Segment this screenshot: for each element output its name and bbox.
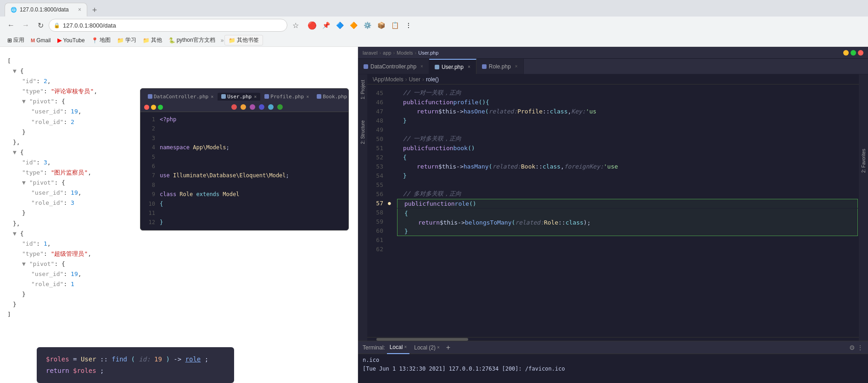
tab-favicon: 🌐 — [11, 7, 17, 13]
term-more-icon[interactable]: ⋮ — [857, 344, 863, 351]
ext-icon-3[interactable]: 🔶 — [347, 19, 360, 32]
bookmark-maps[interactable]: 📍 地图 — [89, 35, 113, 45]
top-bar-app: app — [383, 50, 391, 56]
code-line-56: // 多对多关联，正向 — [396, 189, 859, 198]
gmail-icon: M — [31, 38, 35, 43]
other2-label: 其他书签 — [237, 36, 259, 44]
editor-tab-user[interactable]: User.php × — [429, 59, 476, 74]
bookmark-learning[interactable]: 📁 学习 — [114, 35, 139, 45]
code-line-58: { — [397, 208, 858, 218]
new-tab-btn[interactable]: + — [88, 4, 101, 17]
apps-label: 应用 — [13, 36, 24, 44]
term-local-close[interactable]: × — [404, 344, 407, 349]
terminal-area: Terminal: Local × Local (2) × + ⚙ ⋮ n.ic… — [358, 341, 868, 383]
popup-tab-dc[interactable]: DataController.php × — [144, 93, 217, 101]
ide-close-btn[interactable] — [858, 50, 863, 56]
tab-dc-close[interactable]: × — [420, 64, 423, 69]
tab-role-close[interactable]: × — [515, 64, 518, 69]
code-line-47: return $this-> hasOne ( related: Profile… — [396, 107, 859, 116]
line-numbers: 45 46 47 48 49 50 51 52 53 54 55 56 57 5… — [367, 84, 388, 337]
code-editor: \App\Models › User › role() 45 46 47 48 … — [367, 74, 859, 341]
term-add-btn[interactable]: + — [444, 344, 452, 352]
code-line-61 — [396, 237, 859, 246]
ext-icon-5[interactable]: 📦 — [375, 19, 387, 32]
other2-icon: 📁 — [229, 37, 235, 44]
back-button[interactable]: ← — [5, 19, 17, 32]
bookmark-other2[interactable]: 📁 其他书签 — [224, 35, 263, 45]
browser-actions: 🔴 📌 🔷 🔶 ⚙️ 📦 📋 ⋮ — [306, 19, 415, 32]
popup-toolbar — [140, 102, 348, 112]
popup-tab-bar: DataController.php × User.php × Profile.… — [140, 89, 348, 102]
popup-code: 123456789101112 <?php namespace App\Mode… — [140, 112, 348, 230]
term-local2-label: Local (2) — [414, 344, 436, 351]
code-line-45: // 一对一关联，正向 — [396, 88, 859, 97]
terminal-tab-bar: Terminal: Local × Local (2) × + ⚙ ⋮ — [358, 341, 868, 354]
menu-button[interactable]: ⋮ — [402, 19, 415, 32]
editor-tab-dc[interactable]: DataController.php × — [358, 59, 429, 74]
top-bar-file: User.php — [418, 50, 438, 56]
forward-button[interactable]: → — [19, 19, 32, 32]
other-icon: 📁 — [143, 37, 150, 44]
term-local2-close[interactable]: × — [437, 345, 440, 350]
ext-icon-1[interactable]: 📌 — [319, 19, 332, 32]
tab-user-close[interactable]: × — [468, 64, 470, 69]
address-text: 127.0.0.1:8000/data — [63, 22, 116, 29]
bookmark-gmail[interactable]: M Gmail — [28, 36, 54, 45]
reload-button[interactable]: ↻ — [34, 19, 47, 32]
floating-code-snippet: $roles = User :: find ( id: 19 ) -> role… — [37, 347, 234, 383]
browser-tab-active[interactable]: 🌐 127.0.0.1:8000/data × — [5, 3, 87, 17]
left-sidebar-panel: 1: Project 2: Structure — [358, 74, 367, 341]
term-tab-local[interactable]: Local × — [387, 341, 410, 354]
popup-tab-profile[interactable]: Profile.php × — [261, 93, 313, 101]
code-line-59: return $this-> belongsToMany ( related: … — [397, 218, 858, 227]
code-line-54: } — [396, 171, 859, 180]
bookmark-youtube[interactable]: ▶ YouTube — [55, 36, 88, 45]
type-field-3: "type": "超级管理员", — [22, 249, 348, 259]
sidebar-structure-tab[interactable]: 2: Structure — [359, 117, 366, 148]
code-line-62 — [396, 246, 859, 255]
popup-tab-book[interactable]: Book.php × — [313, 93, 349, 101]
ext-icon-4[interactable]: ⚙️ — [361, 19, 374, 32]
bookmark-python[interactable]: 🐍 python官方文档 — [166, 35, 218, 45]
bookmark-apps[interactable]: ⊞ 应用 — [5, 35, 27, 45]
address-bar[interactable]: 🔒 127.0.0.1:8000/data — [49, 19, 287, 32]
ide-area: laravel › app › Models › User.php DataCo… — [358, 47, 868, 383]
code-content[interactable]: // 一对一关联，正向 public function profile() { … — [396, 84, 859, 337]
editor-tab-role[interactable]: Role.php × — [476, 59, 524, 74]
more-bookmarks: » — [221, 37, 224, 44]
bc-role: role() — [426, 76, 439, 83]
sidebar-project-tab[interactable]: 1: Project — [359, 76, 366, 103]
learning-label: 学习 — [125, 36, 136, 44]
ide-min-btn[interactable] — [843, 50, 849, 56]
top-bar-text: laravel — [363, 50, 377, 56]
term-settings-icon[interactable]: ⚙ — [849, 344, 855, 351]
bookmark-other[interactable]: 📁 其他 — [140, 35, 165, 45]
sidebar-favorites-tab[interactable]: 2: Favorites — [860, 145, 867, 176]
tab-label: 127.0.0.1:8000/data — [20, 6, 69, 13]
browser-chrome: 🌐 127.0.0.1:8000/data × + ← → ↻ 🔒 127.0.… — [0, 0, 868, 47]
code-line-57: public function role() — [397, 199, 858, 208]
python-icon: 🐍 — [168, 37, 175, 44]
youtube-icon: ▶ — [57, 37, 62, 44]
code-line-51: public function book() — [396, 143, 859, 152]
ide-top-bar: laravel › app › Models › User.php — [358, 47, 868, 59]
top-bar-models: Models — [397, 50, 413, 56]
code-line-48: } — [396, 116, 859, 125]
ide-max-btn[interactable] — [851, 50, 856, 56]
editor-tab-dc-label: DataController.php — [370, 63, 416, 70]
code-line-46: public function profile() { — [396, 97, 859, 107]
youtube-label: YouTube — [63, 37, 85, 44]
popup-tab-user[interactable]: User.php × — [218, 93, 260, 101]
ext-icon-6[interactable]: 📋 — [388, 19, 401, 32]
bc-models: \App\Models — [373, 76, 403, 83]
code-line-50: // 一对多关联，正向 — [396, 134, 859, 143]
ext-icon-2[interactable]: 🔷 — [333, 19, 346, 32]
opera-icon[interactable]: 🔴 — [306, 19, 319, 32]
tab-close[interactable]: × — [78, 6, 81, 13]
horizontal-scrollbar[interactable] — [367, 337, 859, 341]
bookmark-star[interactable]: ☆ — [289, 19, 302, 32]
term-tab-local2[interactable]: Local (2) × — [411, 341, 442, 354]
lock-icon: 🔒 — [54, 23, 60, 28]
code-line-53: return $this-> hasMany ( related: Book :… — [396, 162, 859, 171]
right-sidebar: 2: Favorites — [859, 74, 868, 341]
